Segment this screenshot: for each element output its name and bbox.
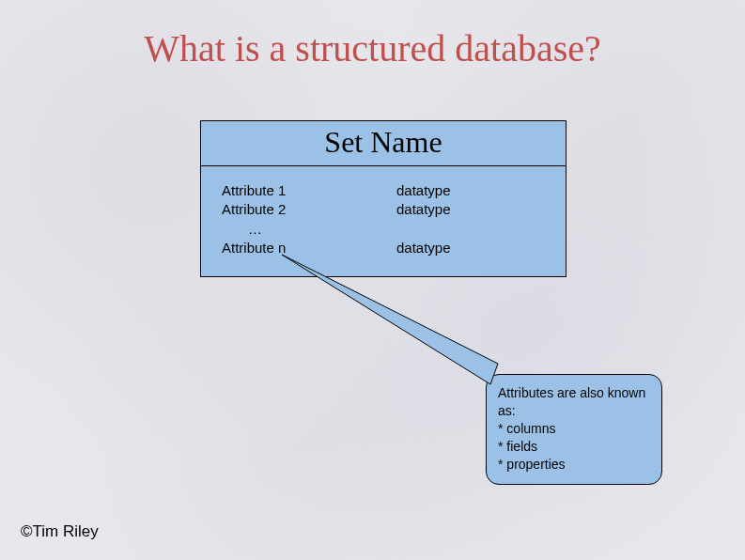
callout-item: * properties <box>498 456 650 474</box>
datatype-label: datatype <box>396 181 549 200</box>
table-row: Attribute 2 datatype <box>218 200 549 219</box>
table-row: … <box>218 220 549 239</box>
set-name-header: Set Name <box>201 121 566 166</box>
attribute-label: Attribute 1 <box>218 181 396 200</box>
slide-title: What is a structured database? <box>0 26 745 70</box>
callout-box: Attributes are also known as: * columns … <box>486 374 662 485</box>
callout-item: * fields <box>498 438 650 456</box>
svg-marker-0 <box>282 255 498 384</box>
table-row: Attribute 1 datatype <box>218 181 549 200</box>
copyright-footer: ©Tim Riley <box>21 522 99 541</box>
ellipsis: … <box>218 220 396 239</box>
callout-item: * columns <box>498 420 650 438</box>
callout-tail-icon <box>265 253 509 403</box>
datatype-label: datatype <box>396 200 549 219</box>
attribute-label: Attribute 2 <box>218 200 396 219</box>
datatype-label <box>396 220 549 239</box>
callout-heading: Attributes are also known as: <box>498 384 650 420</box>
